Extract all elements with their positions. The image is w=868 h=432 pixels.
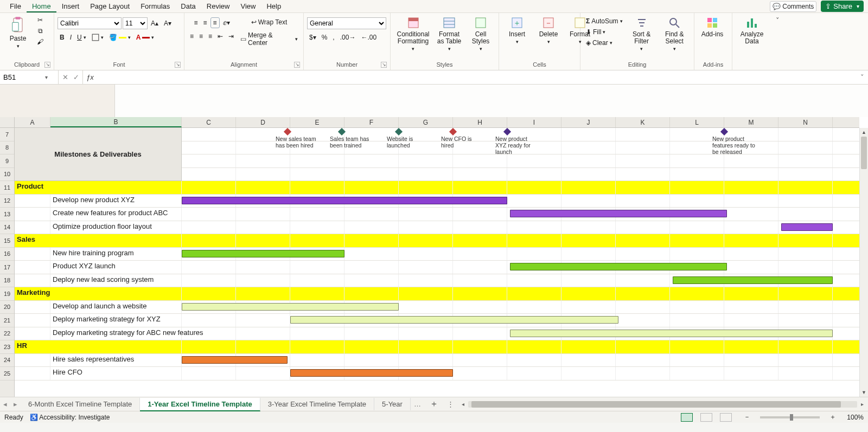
tab-nav-next[interactable]: ▸: [10, 400, 21, 408]
row-header-15[interactable]: 15: [0, 234, 14, 248]
scroll-thumb[interactable]: [861, 137, 867, 169]
format-as-table-button[interactable]: Format as Table▾: [435, 15, 464, 53]
row-header-13[interactable]: 13: [0, 208, 14, 221]
worksheet[interactable]: ABCDEFGHIJKLMN 7891011121314151617181920…: [0, 117, 868, 397]
column-header-L[interactable]: L: [670, 117, 724, 127]
menu-view[interactable]: View: [235, 1, 261, 11]
share-button[interactable]: ⇪ Share ▾: [821, 1, 864, 12]
italic-button[interactable]: I: [68, 33, 74, 42]
align-middle-button[interactable]: ≡: [201, 18, 209, 28]
cancel-formula-button[interactable]: ✕: [61, 73, 69, 81]
grow-font-button[interactable]: A▴: [149, 18, 161, 28]
column-header-E[interactable]: E: [290, 117, 344, 127]
page-layout-view-button[interactable]: [700, 413, 712, 422]
font-color-button[interactable]: A▾: [134, 33, 157, 42]
formula-input[interactable]: [97, 70, 856, 84]
menu-help[interactable]: Help: [261, 1, 286, 11]
clear-button[interactable]: ◈ Clear ▾: [584, 38, 615, 48]
fx-icon[interactable]: ƒx: [83, 70, 97, 84]
format-painter-button[interactable]: 🖌: [35, 37, 46, 47]
dialog-launcher-icon[interactable]: ↘: [294, 62, 300, 68]
increase-decimal-button[interactable]: .00→: [338, 33, 358, 42]
align-center-button[interactable]: ≡: [197, 31, 205, 41]
insert-cells-button[interactable]: ＋Insert▾: [502, 15, 532, 46]
page-break-view-button[interactable]: [720, 413, 732, 422]
wrap-text-button[interactable]: ↩Wrap Text: [249, 17, 290, 27]
align-bottom-button[interactable]: ≡: [210, 17, 220, 28]
select-all-corner[interactable]: [0, 117, 15, 128]
font-family-combo[interactable]: Calibri: [58, 17, 122, 29]
dialog-launcher-icon[interactable]: ↘: [175, 62, 181, 68]
row-header-25[interactable]: 25: [0, 367, 14, 381]
grid-row-12[interactable]: Develop new product XYZ: [15, 195, 859, 208]
collapse-ribbon-button[interactable]: ˅: [771, 13, 783, 70]
autosum-button[interactable]: Σ AutoSum ▾: [584, 16, 625, 26]
grid-row-19[interactable]: Marketing: [15, 287, 859, 301]
chevron-down-icon[interactable]: ▾: [42, 74, 50, 80]
expand-formula-bar-button[interactable]: ˅: [856, 70, 868, 84]
cell-styles-button[interactable]: Cell Styles▾: [466, 15, 495, 53]
grid-row-21[interactable]: Deploy marketing strategy for XYZ: [15, 314, 859, 327]
analyze-data-button[interactable]: Analyze Data: [736, 15, 768, 46]
column-header-M[interactable]: M: [724, 117, 778, 127]
dialog-launcher-icon[interactable]: ↘: [381, 62, 387, 68]
tab-overflow[interactable]: …: [411, 400, 424, 408]
name-box-input[interactable]: [0, 73, 42, 81]
addins-button[interactable]: Add-ins: [698, 15, 727, 39]
zoom-in-button[interactable]: ＋: [829, 412, 836, 422]
row-header-17[interactable]: 17: [0, 261, 14, 274]
row-header-21[interactable]: 21: [0, 314, 14, 327]
align-top-button[interactable]: ≡: [192, 18, 200, 28]
align-right-button[interactable]: ≡: [206, 31, 214, 41]
add-sheet-button[interactable]: ＋: [424, 398, 444, 410]
borders-button[interactable]: ▾: [90, 33, 106, 42]
menu-file[interactable]: File: [4, 1, 27, 11]
copy-button[interactable]: ⧉: [36, 26, 45, 36]
grid-row-24[interactable]: Hire sales representatives: [15, 354, 859, 367]
column-header-J[interactable]: J: [561, 117, 616, 127]
row-header-7[interactable]: 7: [0, 128, 14, 141]
row-header-23[interactable]: 23: [0, 340, 14, 354]
orientation-button[interactable]: ⅇ▾: [221, 18, 232, 28]
grid-row-17[interactable]: Product XYZ launch: [15, 261, 859, 274]
accessibility-status[interactable]: ♿ Accessibility: Investigate: [30, 414, 110, 421]
grid-row-14[interactable]: Optimize production floor layout: [15, 221, 859, 235]
scroll-down-button[interactable]: ▼: [860, 388, 868, 397]
row-header-22[interactable]: 22: [0, 327, 14, 341]
grid-row-11[interactable]: Product: [15, 181, 859, 195]
fill-color-button[interactable]: 🪣▾: [107, 33, 133, 42]
tab-menu-button[interactable]: ⋮: [444, 400, 457, 408]
name-box[interactable]: ▾: [0, 70, 59, 84]
row-header-9[interactable]: 9: [0, 154, 14, 168]
fill-button[interactable]: ⬇ Fill ▾: [584, 27, 608, 37]
row-header-16[interactable]: 16: [0, 248, 14, 261]
column-header-D[interactable]: D: [236, 117, 290, 127]
normal-view-button[interactable]: [681, 413, 693, 422]
find-select-button[interactable]: Find & Select▾: [659, 15, 691, 53]
bold-button[interactable]: B: [58, 33, 67, 42]
zoom-level[interactable]: 100%: [847, 414, 864, 421]
grid-row-15[interactable]: Sales: [15, 234, 859, 248]
sheet-tab[interactable]: 3-Year Excel Timeline Template: [260, 398, 374, 410]
zoom-out-button[interactable]: －: [744, 412, 750, 422]
align-left-button[interactable]: ≡: [188, 31, 196, 41]
row-header-12[interactable]: 12: [0, 195, 14, 208]
conditional-formatting-button[interactable]: Conditional Formatting▾: [394, 15, 432, 53]
font-size-combo[interactable]: 11: [123, 17, 148, 29]
paste-button[interactable]: Paste ▾: [3, 15, 33, 50]
row-header-20[interactable]: 20: [0, 301, 14, 314]
row-header-14[interactable]: 14: [0, 221, 14, 235]
h-scroll-thumb[interactable]: [471, 401, 841, 408]
grid-row-22[interactable]: Deploy marketing strategy for ABC new fe…: [15, 327, 859, 341]
zoom-slider[interactable]: [760, 416, 820, 418]
column-header-B[interactable]: B: [50, 117, 182, 127]
column-header-N[interactable]: N: [778, 117, 833, 127]
merge-center-button[interactable]: ▭Merge & Center▾: [238, 30, 300, 48]
number-format-combo[interactable]: General: [307, 17, 386, 29]
menu-page-layout[interactable]: Page Layout: [85, 1, 135, 11]
menu-home[interactable]: Home: [27, 1, 56, 12]
menu-insert[interactable]: Insert: [56, 1, 85, 11]
sheet-tab[interactable]: 6-Month Excel Timeline Template: [21, 398, 140, 410]
menu-data[interactable]: Data: [175, 1, 201, 11]
horizontal-scrollbar[interactable]: ◂ ▸: [457, 401, 868, 408]
